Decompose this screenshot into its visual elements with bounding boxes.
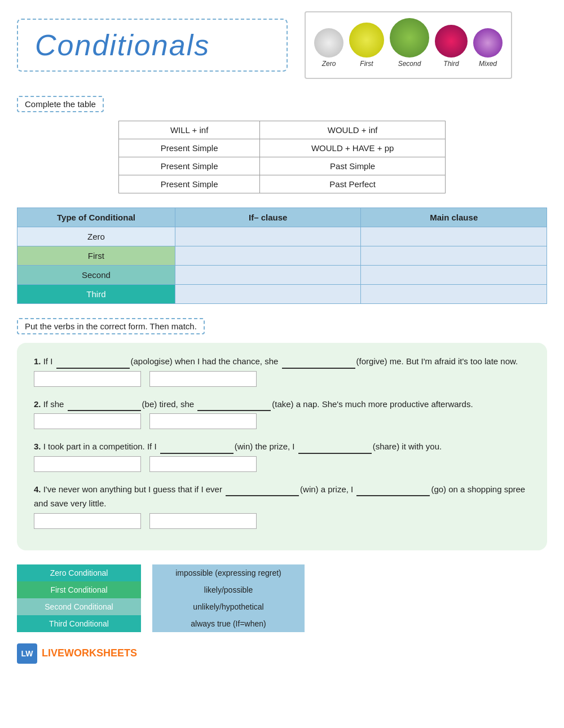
main-clause-zero[interactable]	[361, 227, 547, 246]
page-title: Conditionals	[35, 28, 270, 62]
dandelion-mixed-label: Mixed	[479, 60, 497, 68]
answer-inputs-1	[34, 371, 530, 387]
title-box: Conditionals	[17, 19, 288, 72]
dandelion-third-icon	[435, 25, 468, 58]
if-clause-first-input[interactable]	[184, 252, 352, 261]
answer-input-3b[interactable]	[149, 456, 257, 472]
if-clause-third-input[interactable]	[184, 290, 352, 299]
footer-logo: LW	[17, 643, 37, 664]
dandelion-zero-icon	[314, 28, 343, 58]
match-right-3: always true (If=when)	[152, 615, 305, 632]
if-clause-second-input[interactable]	[184, 271, 352, 280]
exercise-1: 1. If I (apologise) when I had the chanc…	[34, 354, 530, 387]
table-row-first: First	[17, 246, 547, 266]
footer-brand-prefix: LIVE	[42, 647, 64, 659]
blank-2a	[68, 410, 141, 411]
match-left-zero: Zero Conditional	[17, 564, 141, 581]
match-right-0: impossible (expressing regret)	[152, 564, 305, 581]
type-second: Second	[17, 266, 175, 285]
fill-cell: Present Simple	[119, 157, 260, 175]
match-left-second: Second Conditional	[17, 598, 141, 615]
table-row: Present Simple Past Perfect	[119, 175, 446, 193]
table-header-row: Type of Conditional If– clause Main clau…	[17, 208, 547, 227]
answer-input-1a[interactable]	[34, 371, 141, 387]
blank-4a	[226, 495, 299, 496]
exercise-2-text: 2. If she (be) tired, she (take) a nap. …	[34, 397, 530, 412]
exercise-4-number: 4.	[34, 484, 41, 494]
table-row: Present Simple WOULD + HAVE + pp	[119, 139, 446, 157]
exercise-4-text: 4. I've never won anything but I guess t…	[34, 482, 530, 511]
if-clause-zero[interactable]	[175, 227, 361, 246]
exercise-3-text: 3. I took part in a competition. If I (w…	[34, 439, 530, 454]
footer: LW LIVEWORKSHEETS	[17, 643, 547, 664]
if-clause-second[interactable]	[175, 266, 361, 285]
main-clause-zero-input[interactable]	[369, 233, 538, 241]
fill-cell: Present Simple	[119, 139, 260, 157]
section1-label: Complete the table	[17, 96, 104, 112]
table-row: WILL + inf WOULD + inf	[119, 121, 446, 139]
exercise-3-number: 3.	[34, 442, 41, 451]
blank-4b	[356, 495, 430, 496]
answer-input-4b[interactable]	[149, 513, 257, 529]
dandelion-second-label: Second	[398, 60, 421, 68]
match-right-column: impossible (expressing regret) likely/po…	[152, 564, 305, 632]
if-clause-first[interactable]	[175, 246, 361, 266]
blank-1a	[56, 368, 130, 369]
main-clause-first-input[interactable]	[369, 252, 538, 261]
page-header: Conditionals Zero First Second Third Mix…	[17, 11, 547, 79]
answer-inputs-3	[34, 456, 530, 472]
fill-cell: Present Simple	[119, 175, 260, 193]
main-clause-third-input[interactable]	[369, 290, 538, 299]
dandelion-third-label: Third	[443, 60, 459, 68]
type-zero: Zero	[17, 227, 175, 246]
table-row: Present Simple Past Simple	[119, 157, 446, 175]
main-clause-first[interactable]	[361, 246, 547, 266]
match-left-first: First Conditional	[17, 581, 141, 598]
match-left-third: Third Conditional	[17, 615, 141, 632]
matching-section: Zero Conditional First Conditional Secon…	[17, 564, 547, 632]
exercise-2-number: 2.	[34, 399, 41, 409]
answer-input-2b[interactable]	[149, 413, 257, 429]
blank-2b	[197, 410, 271, 411]
exercise-2: 2. If she (be) tired, she (take) a nap. …	[34, 397, 530, 430]
dandelion-first-label: First	[360, 60, 373, 68]
type-first: First	[17, 246, 175, 266]
footer-brand: LIVEWORKSHEETS	[42, 647, 137, 659]
match-right-2: unlikely/hypothetical	[152, 598, 305, 615]
answer-inputs-4	[34, 513, 530, 529]
answer-input-1b[interactable]	[149, 371, 257, 387]
blank-3b	[298, 453, 372, 454]
answer-input-2a[interactable]	[34, 413, 141, 429]
exercise-1-number: 1.	[34, 356, 41, 366]
fill-cell: WOULD + HAVE + pp	[260, 139, 446, 157]
fill-table: WILL + inf WOULD + inf Present Simple WO…	[118, 121, 446, 193]
conditional-types-table: Type of Conditional If– clause Main clau…	[17, 208, 547, 304]
type-third: Third	[17, 285, 175, 304]
exercise-3: 3. I took part in a competition. If I (w…	[34, 439, 530, 472]
answer-input-3a[interactable]	[34, 456, 141, 472]
blank-1b	[282, 368, 355, 369]
dandelion-zero: Zero	[314, 28, 343, 68]
dandelion-image-box: Zero First Second Third Mixed	[305, 11, 512, 79]
main-clause-second-input[interactable]	[369, 271, 538, 280]
dandelion-mixed: Mixed	[473, 28, 503, 68]
table-row-third: Third	[17, 285, 547, 304]
section3-label: Put the verbs in the correct form. Then …	[17, 318, 205, 334]
exercise-4: 4. I've never won anything but I guess t…	[34, 482, 530, 529]
fill-table-wrapper: WILL + inf WOULD + inf Present Simple WO…	[17, 121, 547, 193]
table-row-zero: Zero	[17, 227, 547, 246]
dandelion-third: Third	[435, 25, 468, 68]
dandelion-second-icon	[390, 18, 429, 58]
if-clause-third[interactable]	[175, 285, 361, 304]
if-clause-zero-input[interactable]	[184, 233, 352, 241]
dandelion-first-icon	[349, 23, 384, 58]
table-row-second: Second	[17, 266, 547, 285]
main-clause-second[interactable]	[361, 266, 547, 285]
footer-brand-suffix: WORKSHEETS	[64, 647, 137, 659]
col-header-if: If– clause	[175, 208, 361, 227]
fill-cell: WILL + inf	[119, 121, 260, 139]
main-clause-third[interactable]	[361, 285, 547, 304]
dandelion-first: First	[349, 23, 384, 68]
footer-logo-text: LW	[21, 649, 33, 658]
answer-input-4a[interactable]	[34, 513, 141, 529]
